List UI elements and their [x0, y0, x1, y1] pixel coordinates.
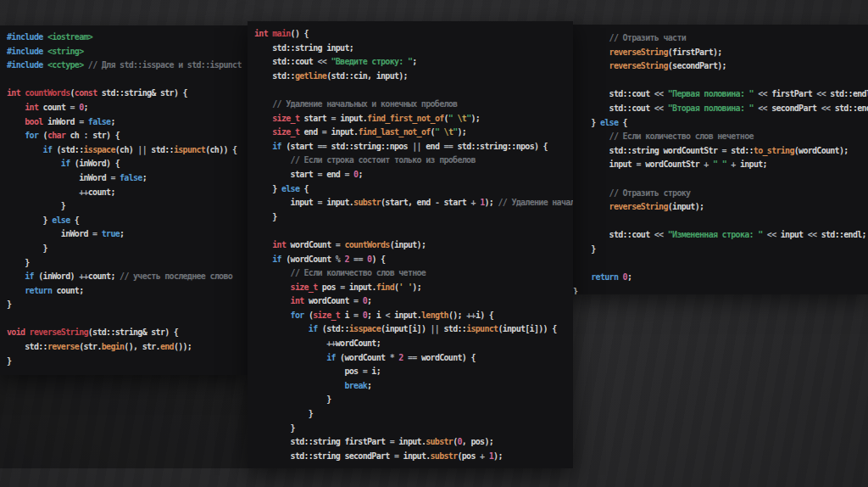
- code-token-pln: input;: [740, 160, 767, 169]
- code-token-pln: );: [493, 451, 503, 461]
- code-token-pln: count;: [57, 286, 84, 295]
- code-line: }: [254, 407, 573, 422]
- code-token-pln: [254, 114, 272, 123]
- code-token-pln: [254, 283, 291, 292]
- code-token-op: ||: [137, 145, 151, 154]
- code-token-kw: else: [281, 184, 299, 193]
- code-token-pln: std::string wordCountStr: [573, 146, 722, 155]
- code-token-pln: std::string secondPart: [254, 451, 394, 461]
- code-line: ++wordCount;: [254, 337, 573, 351]
- code-token-fn: reverse: [47, 342, 79, 351]
- code-token-pln: end: [426, 142, 443, 151]
- code-line: }: [254, 210, 573, 225]
- code-line: if (std::isspace(input[i]) || std::ispun…: [254, 322, 573, 337]
- code-token-esc: ' ': [398, 283, 412, 292]
- code-token-pln: (wordCount: [286, 255, 336, 264]
- code-token-pln: ;: [142, 173, 147, 182]
- code-line: std::string firstPart = input.substr(0, …: [254, 435, 573, 450]
- code-line: [7, 312, 248, 327]
- code-token-op: ++: [79, 188, 88, 197]
- code-line: int countWords(const std::string& str) {: [7, 87, 248, 101]
- code-token-op: ==: [408, 353, 421, 362]
- code-token-cmt: // Отразить части: [609, 33, 686, 42]
- code-token-pln: );: [484, 198, 498, 207]
- code-token-pln: inWord: [47, 117, 79, 126]
- code-token-op: %: [336, 255, 345, 264]
- code-token-pln: ; i: [367, 311, 385, 320]
- code-line: break;: [254, 379, 573, 394]
- code-token-kw: return: [25, 286, 56, 295]
- code-token-str: <cctype>: [47, 60, 84, 70]
- code-token-fn: isspace: [349, 324, 381, 333]
- code-token-pln: , pos);: [462, 437, 493, 446]
- code-line: [573, 257, 868, 271]
- code-token-cmt: // Если количество слов четное: [291, 268, 426, 277]
- code-token-str: "Введите строку: ": [331, 57, 412, 66]
- code-token-pln: std::: [731, 146, 754, 155]
- code-line: }: [254, 393, 573, 407]
- code-token-pln: );: [458, 127, 467, 137]
- code-token-op: =: [110, 173, 120, 182]
- code-token-kw: for: [25, 131, 42, 140]
- code-token-pln: (ch)) {: [205, 145, 236, 154]
- code-token-pln: {: [299, 184, 309, 193]
- code-line: if (start == std::string::npos || end ==…: [254, 140, 573, 154]
- code-token-pln: }: [7, 201, 65, 210]
- code-token-pln: [254, 311, 291, 320]
- code-token-pln: std::: [444, 324, 467, 333]
- code-token-op: +: [480, 451, 489, 461]
- code-token-pln: std::: [254, 71, 295, 81]
- code-token-fn: reverseString: [609, 61, 668, 70]
- code-token-pln: [7, 271, 25, 281]
- code-line: if (wordCount * 2 == wordCount) {: [254, 351, 573, 366]
- code-line: size_t pos = input.find(' ');: [254, 281, 573, 295]
- code-token-pln: end: [326, 170, 344, 179]
- code-token-pln: [573, 188, 609, 198]
- code-token-op: <<: [821, 104, 835, 113]
- code-token-op: =: [353, 311, 363, 320]
- code-token-pln: std::endl;: [830, 89, 868, 98]
- code-token-pln: (ch): [115, 145, 138, 154]
- code-line: std::cout << "Введите строку: ";: [254, 55, 573, 70]
- code-token-op: =: [331, 114, 340, 123]
- code-token-fn: substr: [353, 198, 381, 207]
- code-token-op: +: [731, 160, 740, 169]
- code-token-pln: [254, 353, 326, 362]
- code-token-pln: wordCount;: [336, 339, 381, 348]
- code-line: // Отразить строку: [573, 187, 868, 201]
- panel-drop-shadow: [0, 375, 248, 468]
- code-token-str: <string>: [47, 47, 84, 56]
- code-token-fn: end: [160, 342, 174, 351]
- code-token-kw: if: [61, 159, 75, 168]
- code-token-pln: (firstPart);: [668, 48, 722, 57]
- code-token-pln: secondPart: [771, 104, 821, 113]
- code-token-pln: input.: [394, 311, 421, 320]
- code-token-pln: }: [573, 244, 596, 254]
- code-panel-main: int main() { std::string input; std::cou…: [248, 21, 573, 468]
- code-token-pln: }: [7, 258, 30, 267]
- code-line: [254, 224, 573, 238]
- code-token-pln: std::string::npos: [331, 142, 412, 151]
- code-token-op: ++: [466, 311, 476, 320]
- code-token-type: const: [75, 88, 102, 98]
- code-token-op: ==: [318, 142, 331, 151]
- code-line: std::cout << "Первая половина: " << firs…: [573, 87, 868, 102]
- code-token-pln: ;: [84, 103, 88, 112]
- code-token-pln: count;: [88, 188, 115, 197]
- code-token-pln: }: [254, 212, 277, 221]
- code-token-op: ||: [412, 142, 426, 151]
- code-token-pln: (inWord): [38, 271, 79, 281]
- code-token-pln: (std::string& str) {: [88, 327, 178, 337]
- code-line: for (size_t i = 0; i < input.length(); +…: [254, 309, 573, 323]
- code-token-pln: [573, 202, 609, 211]
- code-line: void reverseString(std::string& str) {: [7, 326, 248, 340]
- code-token-type: int: [272, 240, 290, 249]
- code-token-pln: }: [7, 244, 47, 253]
- code-token-cmt: // Удаление начал: [498, 198, 573, 207]
- code-token-pln: [7, 103, 25, 112]
- code-line: return 0;: [573, 271, 868, 285]
- code-token-pln: [254, 324, 309, 333]
- code-token-pln: std::string& str) {: [102, 88, 187, 98]
- code-token-pln: input.: [326, 198, 353, 207]
- code-token-kw: if: [326, 353, 340, 362]
